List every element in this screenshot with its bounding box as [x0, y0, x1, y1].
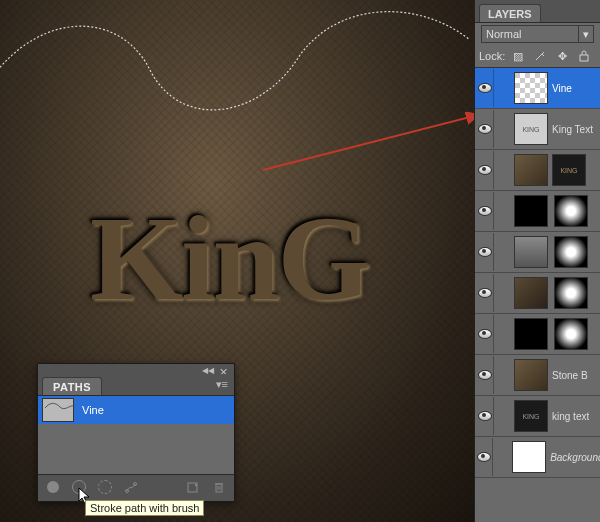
layer-mask-thumbnail[interactable]: [554, 277, 588, 309]
lock-label: Lock:: [479, 50, 505, 62]
layer-row[interactable]: [475, 273, 600, 314]
eye-icon: [478, 165, 492, 175]
new-path-button[interactable]: [182, 478, 204, 496]
panel-menu-icon[interactable]: ▾≡: [216, 378, 228, 391]
eye-icon: [478, 247, 492, 257]
layer-thumbnail[interactable]: [514, 236, 548, 268]
make-work-path-button[interactable]: [120, 478, 142, 496]
layer-thumbnail[interactable]: [514, 154, 548, 186]
layer-visibility-toggle[interactable]: [477, 151, 494, 189]
layer-link-slot: [498, 233, 510, 271]
layer-link-slot: [498, 274, 510, 312]
eye-icon: [478, 83, 492, 93]
delete-path-button[interactable]: [208, 478, 230, 496]
paths-panel-footer: [38, 474, 234, 499]
layer-link-slot: [498, 69, 510, 107]
path-name: Vine: [82, 404, 104, 416]
layer-mask-thumbnail[interactable]: [554, 195, 588, 227]
layer-thumbnail[interactable]: [514, 195, 548, 227]
artwork-text: KinG: [90, 190, 369, 328]
layer-mask-thumbnail[interactable]: KING: [552, 154, 586, 186]
layer-row[interactable]: KING King Text: [475, 109, 600, 150]
layer-name[interactable]: King Text: [552, 124, 593, 135]
chevron-down-icon[interactable]: ▾: [578, 25, 594, 43]
layer-visibility-toggle[interactable]: [477, 397, 494, 435]
layer-row[interactable]: Vine: [475, 68, 600, 109]
layer-mask-thumbnail[interactable]: [554, 236, 588, 268]
layers-panel[interactable]: LAYERS Normal ▾ Lock: ▨ ✥ Vine KING King…: [474, 0, 600, 522]
layer-thumbnail[interactable]: KING: [514, 400, 548, 432]
layer-visibility-toggle[interactable]: [477, 438, 493, 476]
tooltip: Stroke path with brush: [85, 500, 204, 516]
layer-row[interactable]: Stone B: [475, 355, 600, 396]
layer-visibility-toggle[interactable]: [477, 69, 494, 107]
lock-position-icon[interactable]: ✥: [553, 47, 571, 65]
layer-thumbnail[interactable]: KING: [514, 113, 548, 145]
eye-icon: [478, 411, 492, 421]
layer-link-slot: [498, 397, 510, 435]
path-row[interactable]: Vine: [38, 396, 234, 424]
layer-link-slot: [498, 192, 510, 230]
layer-thumbnail[interactable]: [514, 359, 548, 391]
layer-mask-thumbnail[interactable]: [554, 318, 588, 350]
layer-visibility-toggle[interactable]: [477, 192, 494, 230]
layer-row[interactable]: [475, 314, 600, 355]
layer-link-slot: [498, 110, 510, 148]
layer-link-slot: [497, 438, 508, 476]
layer-row[interactable]: KING: [475, 150, 600, 191]
paths-panel[interactable]: ◀◀ ✕ PATHS ▾≡ Vine: [37, 363, 235, 502]
paths-list[interactable]: Vine: [38, 396, 234, 474]
eye-icon: [478, 288, 492, 298]
layer-visibility-toggle[interactable]: [477, 110, 494, 148]
layer-row[interactable]: Background: [475, 437, 600, 478]
lock-all-icon[interactable]: [575, 47, 593, 65]
annotation-arrow: [258, 110, 475, 180]
blend-mode-row: Normal ▾: [475, 23, 600, 45]
eye-icon: [478, 124, 492, 134]
eye-icon: [478, 370, 492, 380]
blend-mode-select[interactable]: Normal: [481, 25, 578, 43]
layer-visibility-toggle[interactable]: [477, 315, 494, 353]
layers-list[interactable]: Vine KING King Text KING Ston: [475, 68, 600, 522]
layer-row[interactable]: KING king text: [475, 396, 600, 437]
layer-thumbnail[interactable]: [514, 72, 548, 104]
path-to-selection-button[interactable]: [94, 478, 116, 496]
layer-link-slot: [498, 151, 510, 189]
layer-link-slot: [498, 315, 510, 353]
layer-thumbnail[interactable]: [514, 277, 548, 309]
layer-link-slot: [498, 356, 510, 394]
lock-row: Lock: ▨ ✥: [475, 45, 600, 68]
svg-rect-9: [580, 55, 588, 61]
fill-path-button[interactable]: [42, 478, 64, 496]
layer-visibility-toggle[interactable]: [477, 356, 494, 394]
path-thumbnail: [42, 398, 74, 422]
layer-visibility-toggle[interactable]: [477, 274, 494, 312]
layer-name[interactable]: Background: [550, 452, 600, 463]
layer-thumbnail[interactable]: [512, 441, 546, 473]
eye-icon: [477, 452, 491, 462]
eye-icon: [478, 206, 492, 216]
layer-name[interactable]: Vine: [552, 83, 572, 94]
svg-line-0: [263, 115, 475, 170]
layer-row[interactable]: [475, 191, 600, 232]
layer-row[interactable]: [475, 232, 600, 273]
lock-transparency-icon[interactable]: ▨: [509, 47, 527, 65]
svg-rect-5: [216, 484, 222, 492]
eye-icon: [478, 329, 492, 339]
paths-tab[interactable]: PATHS: [42, 377, 102, 395]
layer-thumbnail[interactable]: [514, 318, 548, 350]
lock-pixels-icon[interactable]: [531, 47, 549, 65]
layer-name[interactable]: Stone B: [552, 370, 588, 381]
layers-tab[interactable]: LAYERS: [479, 4, 541, 22]
layer-name[interactable]: king text: [552, 411, 589, 422]
layer-visibility-toggle[interactable]: [477, 233, 494, 271]
